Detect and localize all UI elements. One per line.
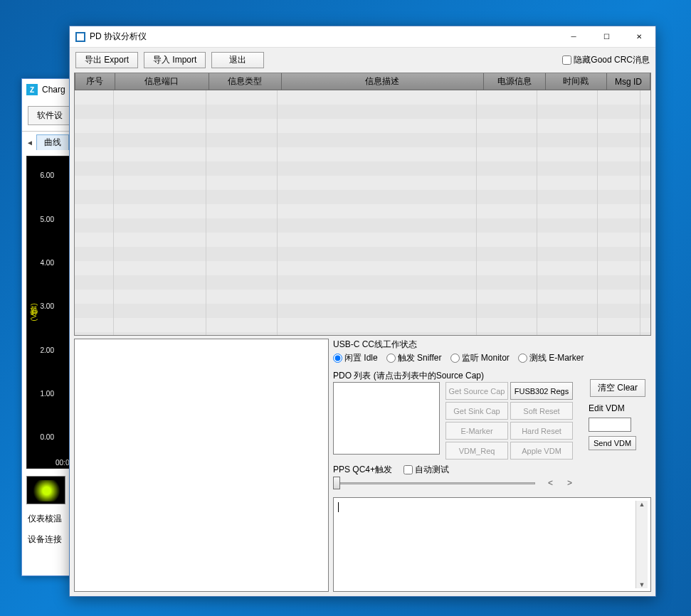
auto-test-checkbox-label[interactable]: 自动测试	[403, 464, 449, 476]
x-tick-start: 00:0	[56, 459, 69, 467]
column-header[interactable]: 信息描述	[281, 73, 484, 90]
pps-slider[interactable]	[333, 476, 535, 490]
close-button[interactable]: ✕	[623, 26, 655, 48]
table-header: 序号信息端口信息类型信息描述电源信息时间戳Msg ID	[75, 73, 650, 90]
bg-title: Charg	[42, 85, 65, 95]
cc-radio-label: 闲置 Idle	[344, 352, 378, 364]
column-header[interactable]: 序号	[75, 73, 115, 90]
pdo-button-fusb302-regs[interactable]: FUSB302 Regs	[510, 382, 573, 400]
window-title: PD 协议分析仪	[90, 31, 557, 43]
slider-thumb-icon[interactable]	[333, 477, 340, 489]
minimize-button[interactable]: ─	[557, 26, 590, 48]
pdo-button-vdm-req: VDM_Req	[445, 442, 508, 460]
y-tick: 4.00	[41, 258, 54, 266]
maximize-button[interactable]: ☐	[590, 26, 623, 48]
bg-settings-button[interactable]: 软件设	[28, 106, 72, 125]
column-header[interactable]: Msg ID	[606, 73, 650, 90]
tab-left-arrow-icon[interactable]: ◄	[26, 139, 33, 147]
titlebar[interactable]: PD 协议分析仪 ─ ☐ ✕	[70, 26, 655, 48]
scroll-down-icon[interactable]: ▼	[639, 581, 645, 588]
column-header[interactable]: 信息类型	[209, 73, 282, 90]
export-button[interactable]: 导出 Export	[75, 52, 138, 68]
y-tick: 2.00	[41, 346, 54, 354]
cc-radio-0[interactable]: 闲置 Idle	[333, 352, 378, 364]
window-controls: ─ ☐ ✕	[557, 26, 655, 48]
exit-button[interactable]: 退出	[211, 52, 264, 68]
hide-crc-text: 隐藏Good CRC消息	[574, 54, 650, 66]
cc-status-radios: 闲置 Idle触发 Sniffer监听 Monitor测线 E-Marker	[333, 351, 651, 366]
pdo-button-hard-reset: Hard Reset	[510, 422, 573, 440]
chart-y-axis-label: 伏特(Volt)	[28, 303, 39, 322]
left-list-pane[interactable]	[74, 339, 329, 592]
pdo-button-grid: Get Source CapFUSB302 RegsGet Sink CapSo…	[445, 382, 573, 460]
pps-label: PPS QC4+触发	[333, 464, 392, 476]
y-tick: 0.00	[41, 433, 54, 441]
column-header[interactable]: 电源信息	[484, 73, 545, 90]
scroll-up-icon[interactable]: ▲	[639, 501, 645, 508]
table-body[interactable]	[75, 90, 650, 336]
log-output[interactable]: ▲ ▼	[333, 497, 651, 592]
cc-radio-1[interactable]: 触发 Sniffer	[386, 352, 442, 364]
cc-radio-input[interactable]	[450, 354, 460, 363]
bg-app-icon: Z	[26, 84, 38, 95]
cc-radio-input[interactable]	[386, 354, 396, 363]
prev-button[interactable]: <	[548, 478, 553, 488]
cc-radio-label: 触发 Sniffer	[398, 352, 442, 364]
send-vdm-button[interactable]: Send VDM	[589, 436, 636, 450]
y-tick: 1.00	[41, 389, 54, 397]
vdm-input[interactable]	[589, 418, 631, 432]
auto-test-text: 自动测试	[415, 464, 449, 476]
y-tick: 3.00	[41, 302, 54, 310]
cc-radio-input[interactable]	[518, 354, 527, 363]
cc-radio-2[interactable]: 监听 Monitor	[450, 352, 510, 364]
bg-tab-curve[interactable]: 曲线	[36, 134, 69, 150]
right-controls: USB-C CC线工作状态 闲置 Idle触发 Sniffer监听 Monito…	[333, 339, 651, 592]
lower-panel: USB-C CC线工作状态 闲置 Idle触发 Sniffer监听 Monito…	[70, 336, 655, 596]
hide-crc-checkbox[interactable]	[562, 55, 571, 65]
column-header[interactable]: 时间戳	[545, 73, 606, 90]
app-icon	[75, 32, 85, 42]
vdm-section: Edit VDM Send VDM	[589, 403, 645, 450]
pdo-button-get-source-cap: Get Source Cap	[445, 382, 508, 400]
pps-slider-row: < >	[333, 476, 572, 490]
meter-gauge-icon	[31, 480, 63, 501]
hide-crc-checkbox-label[interactable]: 隐藏Good CRC消息	[562, 54, 650, 66]
next-button[interactable]: >	[567, 478, 572, 488]
pdo-button-e-marker: E-Marker	[445, 422, 508, 440]
cc-radio-label: 测线 E-Marker	[529, 352, 584, 364]
log-scrollbar[interactable]: ▲ ▼	[635, 501, 648, 588]
column-header[interactable]: 信息端口	[115, 73, 209, 90]
main-window: PD 协议分析仪 ─ ☐ ✕ 导出 Export 导入 Import 退出 隐藏…	[69, 26, 656, 597]
pdo-button-soft-reset: Soft Reset	[510, 402, 573, 420]
pdo-button-get-sink-cap: Get Sink Cap	[445, 402, 508, 420]
message-table[interactable]: 序号信息端口信息类型信息描述电源信息时间戳Msg ID	[74, 73, 651, 336]
y-tick: 6.00	[41, 171, 54, 179]
cc-radio-3[interactable]: 测线 E-Marker	[518, 352, 584, 364]
vdm-label: Edit VDM	[589, 403, 645, 413]
toolbar: 导出 Export 导入 Import 退出 隐藏Good CRC消息	[70, 48, 655, 73]
cc-radio-input[interactable]	[333, 354, 342, 363]
pdo-list[interactable]	[333, 382, 440, 455]
import-button[interactable]: 导入 Import	[144, 52, 206, 68]
bg-meter	[26, 476, 65, 504]
cc-radio-label: 监听 Monitor	[462, 352, 510, 364]
text-cursor-icon	[338, 502, 339, 512]
pdo-button-apple-vdm: Apple VDM	[510, 442, 573, 460]
y-tick: 5.00	[41, 215, 54, 223]
clear-button[interactable]: 清空 Clear	[590, 379, 645, 397]
auto-test-checkbox[interactable]	[403, 465, 413, 474]
cc-status-label: USB-C CC线工作状态	[333, 339, 651, 351]
